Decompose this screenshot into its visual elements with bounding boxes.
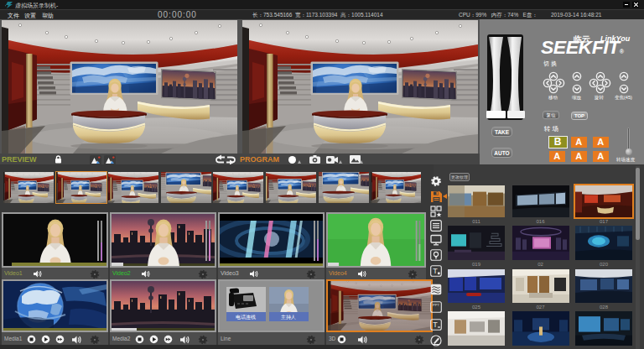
svg-text:电话连线: 电话连线 [236,315,256,320]
svg-text:T: T [433,320,438,329]
svg-text:主持人: 主持人 [281,314,296,320]
svg-text:PPT: PPT [433,303,439,307]
svg-text:T: T [433,267,438,275]
